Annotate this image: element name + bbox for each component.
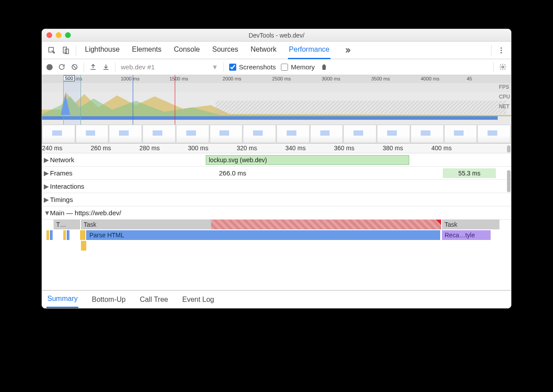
screenshot-thumb[interactable] <box>477 125 511 143</box>
hscroll-thumb[interactable] <box>507 145 511 152</box>
track-frames[interactable]: ▶ Frames 266.0 ms 55.3 ms <box>42 167 511 180</box>
track-network[interactable]: ▶ Network lockup.svg (web.dev) <box>42 153 511 167</box>
screenshots-checkbox[interactable]: Screenshots <box>229 63 276 71</box>
network-request-bar[interactable]: lockup.svg (web.dev) <box>206 155 409 165</box>
clear-button[interactable] <box>71 63 78 71</box>
svg-point-5 <box>501 52 502 53</box>
track-label: Timings <box>50 196 73 203</box>
screenshot-thumb[interactable] <box>343 125 376 143</box>
track-label: Frames <box>50 169 73 177</box>
timeline-ruler[interactable]: 240 ms260 ms280 ms300 ms320 ms340 ms360 … <box>42 144 511 153</box>
separator <box>493 62 494 72</box>
tab-event-log[interactable]: Event Log <box>181 292 215 308</box>
screenshot-thumb[interactable] <box>210 125 243 143</box>
flame-chart-area[interactable]: 240 ms260 ms280 ms300 ms320 ms340 ms360 … <box>42 144 511 290</box>
flame-block[interactable] <box>211 220 441 229</box>
ruler-tick: 320 ms <box>237 145 257 152</box>
flame-block[interactable]: Reca…tyle <box>442 230 491 240</box>
disclosure-triangle-icon[interactable]: ▶ <box>44 156 48 164</box>
tab-lighthouse[interactable]: Lighthouse <box>84 41 120 59</box>
track-main[interactable]: ▼ Main — https://web.dev/ <box>42 206 511 220</box>
track-label: Network <box>50 156 74 164</box>
overview-net-bar <box>42 116 498 120</box>
svg-rect-9 <box>215 101 506 114</box>
screenshots-checkbox-input[interactable] <box>229 64 236 71</box>
memory-checkbox-input[interactable] <box>281 64 288 71</box>
vscroll-thumb[interactable] <box>507 170 511 192</box>
flame-block[interactable] <box>63 230 66 240</box>
screenshot-thumb[interactable] <box>109 125 142 143</box>
ruler-tick: 400 ms <box>431 145 452 152</box>
ruler-tick: 340 ms <box>285 145 306 152</box>
tab-performance[interactable]: Performance <box>288 41 330 59</box>
kebab-menu-icon[interactable] <box>494 43 508 57</box>
ruler-tick: 300 ms <box>188 145 208 152</box>
screenshot-thumb[interactable] <box>310 125 343 143</box>
main-tab-bar: Lighthouse Elements Console Sources Netw… <box>42 42 511 59</box>
flame-block[interactable] <box>46 230 49 240</box>
settings-gear-icon[interactable] <box>499 63 507 71</box>
tab-console[interactable]: Console <box>173 41 201 59</box>
close-icon[interactable] <box>46 32 52 38</box>
devtools-window: DevTools - web.dev/ Lighthouse Elements … <box>42 29 511 308</box>
overview-lane-labels: FPS CPU NET <box>499 84 510 113</box>
device-toolbar-icon[interactable] <box>59 43 73 57</box>
download-profile-icon[interactable] <box>102 63 110 71</box>
ruler-tick: 2500 ms <box>272 76 291 81</box>
minimize-icon[interactable] <box>56 32 61 38</box>
record-button[interactable] <box>46 64 53 70</box>
disclosure-triangle-icon[interactable]: ▶ <box>44 196 48 204</box>
screenshot-thumb[interactable] <box>176 125 209 143</box>
memory-checkbox[interactable]: Memory <box>281 63 315 71</box>
screenshot-thumb[interactable] <box>444 125 477 143</box>
screenshot-thumb[interactable] <box>377 125 410 143</box>
frame-bar[interactable]: 55.3 ms <box>443 168 496 178</box>
track-interactions[interactable]: ▶ Interactions <box>42 180 511 193</box>
flame-block[interactable]: Task <box>442 220 499 229</box>
tab-elements[interactable]: Elements <box>131 41 162 59</box>
inspect-element-icon[interactable] <box>45 43 59 57</box>
tab-summary[interactable]: Summary <box>46 291 78 308</box>
zoom-icon[interactable] <box>65 32 71 38</box>
screenshot-thumb[interactable] <box>76 125 109 143</box>
tab-network[interactable]: Network <box>250 41 277 59</box>
flame-block[interactable]: Parse HTML <box>86 230 440 240</box>
tab-bottom-up[interactable]: Bottom-Up <box>91 292 126 308</box>
main-flame-chart[interactable]: T…TaskTaskParse HTMLReca…tyle <box>42 220 511 290</box>
ruler-tick: 380 ms <box>383 145 403 152</box>
overview-screenshot-strip[interactable] <box>42 125 511 143</box>
disclosure-triangle-icon[interactable]: ▶ <box>44 169 48 177</box>
more-tabs-icon[interactable] <box>340 43 354 57</box>
flame-block[interactable] <box>50 230 53 240</box>
separator <box>76 45 76 56</box>
ruler-tick: 1500 ms <box>169 76 188 81</box>
ruler-tick: 360 ms <box>334 145 354 152</box>
fps-label: FPS <box>499 84 510 94</box>
network-request-label: lockup.svg (web.dev) <box>209 156 267 164</box>
disclosure-triangle-icon[interactable]: ▼ <box>44 209 48 217</box>
flame-block[interactable] <box>67 230 69 240</box>
tab-sources[interactable]: Sources <box>211 41 239 59</box>
screenshot-thumb[interactable] <box>142 125 176 143</box>
reload-record-button[interactable] <box>58 63 65 71</box>
screenshot-thumb[interactable] <box>243 125 276 143</box>
gc-button[interactable] <box>320 63 328 71</box>
disclosure-triangle-icon[interactable]: ▶ <box>44 183 48 190</box>
screenshot-thumb[interactable] <box>411 125 444 143</box>
flame-block[interactable]: T… <box>54 220 80 229</box>
svg-point-4 <box>501 49 502 51</box>
ruler-tick: 4000 ms <box>421 76 439 81</box>
screenshot-thumb[interactable] <box>42 125 75 143</box>
track-label: Interactions <box>50 183 84 190</box>
titlebar[interactable]: DevTools - web.dev/ <box>42 29 511 42</box>
separator <box>223 62 224 72</box>
upload-profile-icon[interactable] <box>89 63 97 71</box>
recording-selector[interactable]: web.dev #1 ▼ <box>121 63 218 71</box>
overview-ruler[interactable]: 500ms1000 ms1500 ms2000 ms2500 ms3000 ms… <box>42 75 511 83</box>
flame-block[interactable] <box>80 230 85 240</box>
overview-pane[interactable]: 500ms1000 ms1500 ms2000 ms2500 ms3000 ms… <box>42 75 511 144</box>
tab-call-tree[interactable]: Call Tree <box>139 292 169 308</box>
flame-block[interactable] <box>81 241 86 251</box>
track-timings[interactable]: ▶ Timings <box>42 193 511 206</box>
screenshot-thumb[interactable] <box>276 125 310 143</box>
